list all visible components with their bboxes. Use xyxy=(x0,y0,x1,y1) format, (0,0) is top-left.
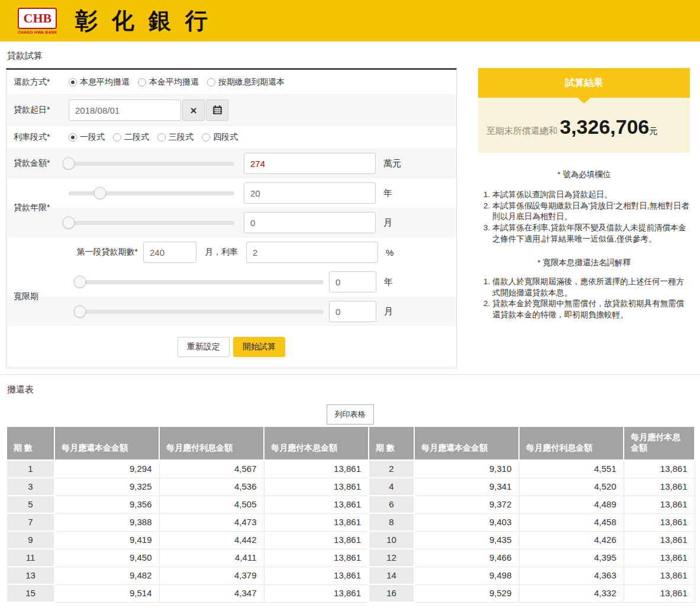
table-row: 119,4504,41113,861129,4664,39513,861 xyxy=(7,549,695,567)
grace-months-input[interactable] xyxy=(329,301,376,322)
radio-option-principal-average[interactable]: 本金平均攤還 xyxy=(138,77,199,88)
grace-months-row: 月 xyxy=(7,297,456,326)
radio-label: 按期繳息到期還本 xyxy=(218,77,285,88)
grace-years-input[interactable] xyxy=(329,271,376,292)
result-total-label: 至期末所償還總和 xyxy=(486,126,557,137)
period-cell: 8 xyxy=(369,513,414,531)
grace-months-slider[interactable] xyxy=(80,310,324,314)
loan-term-years-unit: 年 xyxy=(383,188,392,199)
loan-amount-input[interactable] xyxy=(244,153,376,174)
radio-option-interest-only[interactable]: 按期繳息到期還本 xyxy=(207,77,285,88)
first-stage-row: 第一段貸款期數* 月，利率 % xyxy=(7,237,456,267)
slider-handle[interactable] xyxy=(74,276,86,288)
result-column: 試算結果 至期末所償還總和 3,326,706 元 * 號為必填欄位 本試算係以… xyxy=(478,68,690,321)
period-cell: 6 xyxy=(369,496,414,513)
radio-icon[interactable] xyxy=(69,133,77,142)
amount-cell: 13,861 xyxy=(264,460,369,478)
amount-cell: 13,861 xyxy=(624,478,695,496)
amount-cell: 9,435 xyxy=(414,531,519,549)
radio-icon[interactable] xyxy=(69,78,77,86)
loan-term-months-row: 月 xyxy=(7,208,456,237)
radio-option-two-stage[interactable]: 二段式 xyxy=(113,132,149,143)
first-stage-rate-input[interactable] xyxy=(246,242,378,263)
grace-months-unit: 月 xyxy=(384,306,393,317)
glossary-notes-list: 借款人於寬限期屆滿後，應依所選擇的上述任何一種方式開始攤還貸款本息。貸款本金於寬… xyxy=(478,277,690,321)
loan-term-months-slider[interactable] xyxy=(69,221,234,225)
loan-term-years-input[interactable] xyxy=(244,182,376,204)
radio-label: 四段式 xyxy=(213,132,238,143)
radio-option-one-stage[interactable]: 一段式 xyxy=(69,132,105,143)
amount-cell: 13,861 xyxy=(264,531,369,549)
loan-term-months-input[interactable] xyxy=(244,212,376,233)
amount-cell: 9,325 xyxy=(54,478,159,496)
column-header: 每月應付利息金額 xyxy=(519,426,624,460)
amount-cell: 4,458 xyxy=(519,513,624,531)
first-stage-label: 第一段貸款期數* xyxy=(14,247,138,258)
amount-cell: 4,332 xyxy=(519,584,624,602)
logo-text: CHB xyxy=(24,11,52,26)
amount-cell: 13,861 xyxy=(624,531,695,549)
amount-cell: 9,514 xyxy=(54,584,159,602)
period-cell: 15 xyxy=(7,584,54,602)
schedule-title: 攤還表 xyxy=(7,384,700,396)
calculate-button[interactable]: 開始試算 xyxy=(233,337,285,357)
amount-cell: 13,861 xyxy=(264,567,369,584)
period-cell: 5 xyxy=(7,496,54,513)
amount-cell: 9,356 xyxy=(54,496,159,513)
reset-button[interactable]: 重新設定 xyxy=(178,337,230,357)
start-date-input[interactable] xyxy=(69,99,181,121)
period-cell: 16 xyxy=(369,584,414,602)
amount-cell: 4,551 xyxy=(519,460,624,478)
loan-term-months-unit: 月 xyxy=(383,217,392,229)
slider-handle[interactable] xyxy=(63,157,75,170)
amount-cell: 9,310 xyxy=(414,460,519,478)
loan-amount-unit: 萬元 xyxy=(383,158,401,169)
amount-cell: 9,372 xyxy=(414,496,519,513)
clear-date-button[interactable]: × xyxy=(182,99,205,121)
amount-cell: 13,861 xyxy=(264,584,369,602)
calendar-button[interactable] xyxy=(206,99,228,121)
table-row: 99,4194,44213,861109,4354,42613,861 xyxy=(7,531,695,549)
start-date-row: 貸款起日* × xyxy=(7,94,456,126)
slider-handle[interactable] xyxy=(63,217,75,229)
amount-cell: 9,498 xyxy=(414,567,519,584)
radio-icon[interactable] xyxy=(157,133,166,142)
repayment-method-label: 還款方式* xyxy=(14,77,69,88)
amount-cell: 4,426 xyxy=(519,531,624,549)
amount-cell: 4,489 xyxy=(519,496,624,513)
column-header: 期 數 xyxy=(7,426,54,460)
amount-cell: 4,395 xyxy=(519,549,624,567)
first-stage-rate-unit: % xyxy=(386,247,393,258)
radio-label: 三段式 xyxy=(169,132,193,143)
radio-option-four-stage[interactable]: 四段式 xyxy=(202,132,238,143)
radio-icon[interactable] xyxy=(202,133,210,142)
print-table-button[interactable]: 列印表格 xyxy=(327,404,374,425)
grace-period-label: 寬限期 xyxy=(14,291,38,302)
amount-cell: 13,861 xyxy=(624,584,695,602)
radio-icon[interactable] xyxy=(138,78,146,86)
loan-term-years-slider[interactable] xyxy=(69,191,234,195)
radio-option-three-stage[interactable]: 三段式 xyxy=(157,132,193,143)
loan-amount-slider[interactable] xyxy=(69,162,234,166)
amount-cell: 4,473 xyxy=(159,513,264,531)
result-title: 試算結果 xyxy=(478,68,690,98)
first-stage-periods-input[interactable] xyxy=(143,242,196,263)
calendar-icon xyxy=(212,105,222,115)
column-header: 期 數 xyxy=(369,426,414,460)
grace-years-slider[interactable] xyxy=(80,280,324,284)
amount-cell: 13,861 xyxy=(624,567,695,584)
table-row: 59,3564,50513,86169,3724,48913,861 xyxy=(7,496,695,513)
page-title: 貸款試算 xyxy=(7,50,700,62)
radio-icon[interactable] xyxy=(207,78,215,86)
period-cell: 14 xyxy=(369,567,414,584)
slider-handle[interactable] xyxy=(74,306,86,318)
radio-option-interest-principal-average[interactable]: 本息平均攤還 xyxy=(69,77,130,88)
column-header: 每月應還本金金額 xyxy=(54,426,159,460)
amount-cell: 9,466 xyxy=(414,549,519,567)
slider-handle[interactable] xyxy=(94,187,107,200)
table-row: 39,3254,53613,86149,3414,52013,861 xyxy=(7,478,695,496)
radio-icon[interactable] xyxy=(113,133,121,142)
amount-cell: 4,505 xyxy=(159,496,264,513)
amount-cell: 9,450 xyxy=(54,549,159,567)
first-stage-mid-label: 月，利率 xyxy=(205,247,238,258)
